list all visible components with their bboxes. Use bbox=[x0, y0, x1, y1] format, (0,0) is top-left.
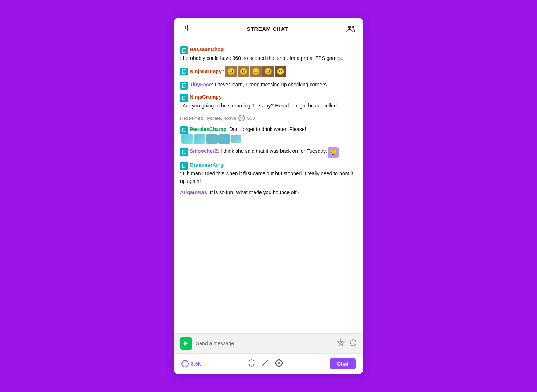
list-item: GrammarKing: Oh man I tried this when it… bbox=[180, 161, 357, 185]
list-item: TinyFace: I never learn, I keep messing … bbox=[180, 81, 357, 90]
viewer-count-text: 3.5k bbox=[191, 361, 201, 367]
message-text: : bbox=[222, 68, 224, 75]
message-text: : It is so fun. What made you bounce off… bbox=[207, 189, 299, 196]
message-text: : Dont forget to drink water! Please! bbox=[226, 126, 306, 133]
chat-input-row bbox=[180, 337, 357, 350]
chat-button[interactable]: Chat bbox=[330, 358, 356, 369]
svg-marker-19 bbox=[337, 339, 344, 346]
message-text: : I probably could have 360 no scoped th… bbox=[180, 54, 343, 62]
username: NinjaGrumpy bbox=[190, 93, 222, 101]
message-text: : I never learn, I keep messing up check… bbox=[212, 81, 328, 89]
footer-icons bbox=[247, 359, 283, 368]
svg-line-24 bbox=[263, 361, 267, 366]
username: ArigatoNas bbox=[180, 189, 207, 196]
emote-group: 😐 😐 😑 😐 😶 bbox=[225, 66, 286, 77]
svg-point-28 bbox=[278, 362, 280, 364]
svg-rect-7 bbox=[185, 70, 185, 72]
svg-rect-18 bbox=[184, 343, 186, 344]
viewer-count: 3.5k bbox=[181, 360, 201, 367]
viewer-icon bbox=[181, 360, 189, 367]
chat-messages: HassaanChop: I probably could have 360 n… bbox=[174, 40, 363, 333]
chat-header: STREAM CHAT bbox=[174, 18, 363, 40]
list-item: ArigatoNas: It is so fun. What made you … bbox=[180, 189, 357, 196]
shield-icon[interactable] bbox=[247, 359, 255, 368]
redemption-text: Redeemed Hydrate, homie bbox=[180, 115, 236, 121]
svg-rect-13 bbox=[185, 129, 185, 130]
list-item: NinjaGrumpy : 😐 😐 😑 😐 😶 bbox=[180, 66, 357, 77]
svg-rect-11 bbox=[185, 97, 185, 98]
svg-rect-17 bbox=[185, 165, 185, 166]
username: NinjaGrumpy bbox=[190, 68, 222, 75]
twitch-badge bbox=[180, 162, 188, 170]
emote: 😑 bbox=[250, 66, 262, 77]
list-item: PeoplesChamp : Dont forget to drink wate… bbox=[180, 126, 357, 144]
twitch-badge bbox=[180, 126, 188, 134]
username: TinyFace bbox=[190, 81, 212, 89]
header-title: STREAM CHAT bbox=[247, 26, 288, 32]
chat-input[interactable] bbox=[196, 340, 333, 346]
users-icon[interactable] bbox=[346, 25, 356, 33]
emote bbox=[231, 135, 241, 143]
emote bbox=[206, 134, 218, 144]
emote bbox=[181, 134, 193, 144]
svg-point-3 bbox=[352, 26, 354, 28]
emote-icon[interactable] bbox=[349, 339, 357, 348]
twitch-badge bbox=[180, 94, 188, 102]
emote bbox=[194, 134, 205, 144]
message-text: : Are you going to be streaming Tuesday?… bbox=[180, 102, 338, 110]
redemption-notice: Redeemed Hydrate, homie 500 bbox=[180, 115, 357, 121]
settings-icon[interactable] bbox=[275, 359, 283, 368]
username: GrammarKing bbox=[190, 161, 224, 169]
coin-icon bbox=[238, 115, 245, 121]
svg-rect-8 bbox=[184, 85, 184, 86]
svg-rect-16 bbox=[184, 165, 184, 166]
svg-point-2 bbox=[348, 26, 351, 29]
cheer-icon[interactable] bbox=[337, 339, 345, 348]
svg-rect-4 bbox=[184, 49, 184, 50]
username: PeoplesChamp bbox=[190, 126, 226, 133]
emote: 😐 bbox=[238, 66, 249, 77]
svg-line-26 bbox=[263, 364, 264, 365]
svg-rect-15 bbox=[185, 151, 185, 152]
svg-rect-5 bbox=[185, 49, 185, 50]
list-item: SmoocherZ : I think she said that it was… bbox=[180, 147, 357, 158]
username: SmoocherZ bbox=[190, 147, 218, 155]
svg-rect-6 bbox=[184, 70, 184, 72]
svg-point-23 bbox=[354, 342, 354, 342]
chat-footer: 3.5k Cha bbox=[174, 353, 363, 374]
emote bbox=[218, 134, 230, 144]
svg-rect-10 bbox=[184, 97, 184, 98]
list-item: HassaanChop: I probably could have 360 n… bbox=[180, 46, 357, 62]
chat-panel: STREAM CHAT HassaanChop: I probably coul… bbox=[174, 18, 363, 374]
chat-input-icons bbox=[337, 339, 357, 348]
twitch-badge bbox=[180, 68, 188, 75]
emote-group bbox=[181, 134, 241, 144]
svg-point-21 bbox=[350, 340, 356, 346]
svg-point-22 bbox=[352, 342, 352, 342]
send-icon[interactable] bbox=[180, 337, 192, 350]
svg-rect-9 bbox=[185, 85, 185, 86]
collapse-icon[interactable] bbox=[181, 24, 189, 33]
svg-point-20 bbox=[340, 341, 342, 343]
message-text: : Oh man I tried this when it first came… bbox=[180, 170, 357, 185]
redemption-points: 500 bbox=[247, 115, 255, 121]
svg-line-25 bbox=[267, 360, 268, 361]
message-text: : I think she said that it was back on f… bbox=[218, 147, 327, 155]
emote: 😐 bbox=[262, 66, 274, 77]
twitch-badge bbox=[180, 46, 188, 54]
twitch-badge bbox=[180, 82, 188, 90]
emote: 😐 bbox=[225, 66, 237, 77]
chat-input-area bbox=[174, 333, 363, 353]
sword-icon[interactable] bbox=[261, 359, 269, 368]
list-item: NinjaGrumpy: Are you going to be streami… bbox=[180, 93, 357, 110]
emote-cat: 😸 bbox=[328, 147, 339, 158]
username: HassaanChop bbox=[190, 46, 224, 53]
svg-rect-12 bbox=[184, 129, 184, 130]
twitch-badge bbox=[180, 148, 188, 156]
emote: 😶 bbox=[275, 66, 286, 77]
svg-rect-14 bbox=[184, 151, 184, 152]
